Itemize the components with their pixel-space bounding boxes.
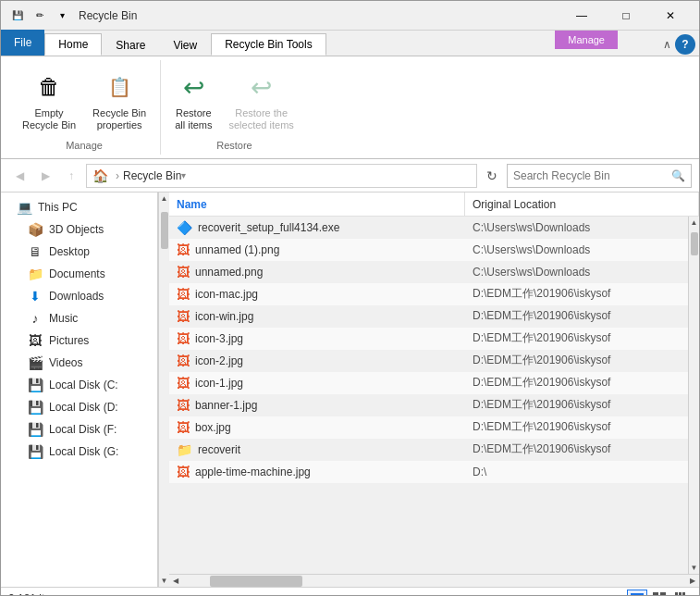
status-item-count: 3,181 items [8,592,66,596]
address-path-separator: › [116,169,119,182]
title-bar-controls: — □ ✕ [560,1,692,31]
hscroll-right-btn[interactable]: ▶ [686,575,699,588]
table-row[interactable]: 🖼 unnamed.png C:\Users\ws\Downloads [169,261,688,283]
documents-icon: 📁 [27,266,43,282]
sidebar-item-pictures[interactable]: 🖼 Pictures [1,329,157,352]
file-name-text: unnamed.png [195,266,263,279]
sidebar-item-documents[interactable]: 📁 Documents [1,263,157,285]
sidebar-item-music[interactable]: ♪ Music [1,307,157,329]
help-button[interactable]: ? [675,34,695,55]
small-icons-view-icon [675,592,688,596]
hscroll-thumb [210,576,302,587]
file-cell-location: D:\EDM工作\201906\iskysof [465,353,688,368]
recycle-bin-properties-btn[interactable]: 📋 Recycle Binproperties [86,64,153,136]
file-name-text: recoverit [198,443,240,456]
table-row[interactable]: 🖼 banner-1.jpg D:\EDM工作\201906\iskysof [169,394,688,416]
table-row[interactable]: 🖼 icon-2.jpg D:\EDM工作\201906\iskysof [169,350,688,372]
sidebar-item-desktop[interactable]: 🖥 Desktop [1,241,157,263]
manage-label: Manage [555,31,618,49]
chevron-up-icon[interactable]: ∧ [663,38,671,51]
quick-save-btn[interactable]: 💾 [8,6,27,25]
view-buttons [627,590,692,596]
table-row[interactable]: 🖼 icon-3.jpg D:\EDM工作\201906\iskysof [169,328,688,350]
file-name-text: box.jpg [195,421,231,434]
table-row[interactable]: 🖼 icon-1.jpg D:\EDM工作\201906\iskysof [169,372,688,394]
vscroll-thumb [691,232,698,255]
svg-rect-7 [675,592,678,595]
table-row[interactable]: 🔷 recoverit_setup_full4134.exe C:\Users\… [169,217,688,239]
sidebar-item-local-disk-c[interactable]: 💾 Local Disk (C: [1,374,157,396]
table-row[interactable]: 🖼 icon-mac.jpg D:\EDM工作\201906\iskysof [169,283,688,305]
file-name-text: icon-mac.jpg [195,288,258,301]
view-details-btn[interactable] [627,590,647,596]
tab-recycle-bin-tools[interactable]: Recycle Bin Tools [211,33,326,56]
recycle-bin-properties-label: Recycle Binproperties [92,107,146,131]
view-large-icons-btn[interactable] [649,590,669,596]
tab-share[interactable]: Share [102,33,159,56]
tab-view[interactable]: View [159,33,211,56]
table-row[interactable]: 🖼 unnamed (1).png C:\Users\ws\Downloads [169,239,688,261]
file-name-text: icon-2.jpg [195,354,243,367]
file-icon-jpg4: 🖼 [177,354,190,368]
file-name-text: icon-3.jpg [195,332,243,345]
sidebar-item-local-disk-f[interactable]: 💾 Local Disk (F: [1,418,157,441]
restore-all-items-btn[interactable]: ↩ Restoreall items [168,64,218,136]
address-path-label: Recycle Bin [123,169,181,182]
sidebar-item-videos[interactable]: 🎬 Videos [1,352,157,374]
table-row[interactable]: 🖼 icon-win.jpg D:\EDM工作\201906\iskysof [169,305,688,328]
hscroll-left-btn[interactable]: ◀ [169,575,182,588]
table-row[interactable]: 📁 recoverit D:\EDM工作\201906\iskysof [169,439,688,461]
file-list: Name Original Location 🔷 recoverit_setup… [169,192,699,587]
file-name-text: apple-time-machine.jpg [195,466,311,478]
up-btn[interactable]: ↑ [60,165,82,187]
tab-file[interactable]: File [1,30,44,56]
file-cell-name: 🖼 unnamed (1).png [169,242,465,257]
view-small-icons-btn[interactable] [671,590,692,596]
sidebar-label-this-pc: This PC [38,201,78,214]
sidebar-item-downloads[interactable]: ⬇ Downloads [1,285,157,307]
vscroll-up-btn[interactable]: ▲ [689,217,699,229]
file-icon-jpg6: 🖼 [177,398,190,413]
downloads-icon: ⬇ [27,288,43,304]
sidebar-scroll-up[interactable]: ▲ [159,192,170,205]
file-cell-name: 🖼 icon-1.jpg [169,376,465,391]
sidebar-scroll-track [160,205,169,575]
local-disk-f-icon: 💾 [27,421,43,438]
file-name-text: unnamed (1).png [195,243,279,256]
svg-rect-0 [631,593,644,595]
file-icon-jpg7: 🖼 [177,420,190,435]
sidebar-label-pictures: Pictures [49,334,89,347]
sidebar-item-3d-objects[interactable]: 📦 3D Objects [1,218,157,241]
forward-btn: ▶ [34,165,56,187]
close-btn[interactable]: ✕ [649,1,692,31]
file-cell-name: 🖼 apple-time-machine.jpg [169,465,465,479]
tab-home[interactable]: Home [44,33,102,56]
quick-undo-btn[interactable]: ✏ [31,6,49,25]
table-row[interactable]: 🖼 apple-time-machine.jpg D:\ [169,461,688,483]
vscroll-down-btn[interactable]: ▼ [689,562,699,574]
sidebar-item-local-disk-g[interactable]: 💾 Local Disk (G: [1,441,157,463]
col-header-location[interactable]: Original Location [465,192,699,216]
address-dropdown-btn[interactable]: ▾ [181,170,186,180]
minimize-btn[interactable]: — [560,1,603,31]
quick-down-btn[interactable]: ▾ [53,6,71,25]
status-bar: 3,181 items [1,587,699,596]
table-row[interactable]: 🖼 box.jpg D:\EDM工作\201906\iskysof [169,416,688,439]
refresh-btn[interactable]: ↻ [481,165,503,187]
file-list-vscroll[interactable]: ▲ ▼ [688,217,699,574]
sidebar-label-local-disk-c: Local Disk (C: [49,379,118,391]
address-path[interactable]: 🏠 › Recycle Bin ▾ [86,164,477,188]
restore-group-label: Restore [216,140,252,151]
sidebar-item-local-disk-d[interactable]: 💾 Local Disk (D: [1,396,157,418]
sidebar-scroll-down[interactable]: ▼ [159,575,170,587]
restore-selected-icon: ↩ [243,68,280,106]
file-cell-name: 📁 recoverit [169,442,465,457]
maximize-btn[interactable]: □ [605,1,647,31]
search-input[interactable] [513,169,671,182]
search-box[interactable]: 🔍 [507,164,692,188]
col-header-name[interactable]: Name [169,192,465,216]
empty-recycle-bin-btn[interactable]: 🗑 EmptyRecycle Bin [16,64,82,136]
sidebar-item-this-pc[interactable]: 💻 This PC [1,196,157,218]
file-cell-location: D:\EDM工作\201906\iskysof [465,397,688,413]
file-cell-name: 🖼 icon-3.jpg [169,331,465,346]
